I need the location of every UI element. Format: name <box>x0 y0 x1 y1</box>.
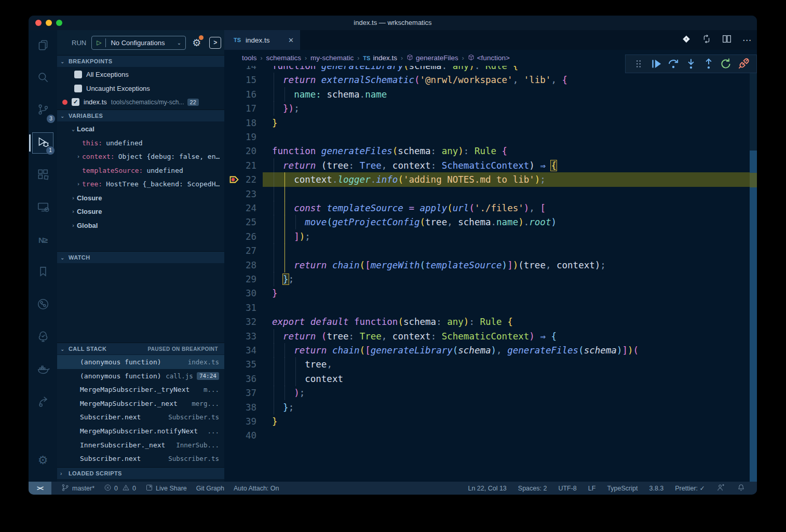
activity-remote-explorer[interactable] <box>32 197 53 219</box>
activity-docker[interactable] <box>32 359 53 380</box>
code-line-37[interactable]: 37 ); <box>224 386 757 400</box>
status-indentation[interactable]: Spaces: 2 <box>518 485 547 492</box>
activity-manage[interactable]: ⚙ <box>32 449 53 471</box>
call-stack-frame[interactable]: Subscriber.nextSubscriber.ts <box>57 452 224 466</box>
status-feedback[interactable] <box>716 483 725 494</box>
code-line-25[interactable]: 25 move(getProjectConfig(tree, schema.na… <box>224 215 757 229</box>
breadcrumb-item[interactable]: generateFiles <box>406 54 458 62</box>
activity-git-graph[interactable] <box>32 294 53 316</box>
breakpoint-row[interactable]: ✓index.tstools/schematics/my-sch...22 <box>57 95 224 109</box>
code-line-22[interactable]: 22 context.logger.info('adding NOTES.md … <box>224 172 757 187</box>
call-stack-frame[interactable]: MergeMapSubscriber._tryNextm... <box>57 383 224 397</box>
status-problems-warnings[interactable]: 0 <box>122 484 136 493</box>
title-bar[interactable]: index.ts — wrkschematics <box>29 16 757 30</box>
code-line-16[interactable]: 16 name: schema.name <box>224 87 757 102</box>
restart-button[interactable] <box>719 57 733 71</box>
code-line-34[interactable]: 34 return chain([generateLibrary(schema)… <box>224 343 757 358</box>
code-line-29[interactable]: 29 }; <box>224 272 757 287</box>
configure-launch-button[interactable]: ⚙ <box>192 37 201 49</box>
status-git-branch[interactable]: master* <box>61 483 94 494</box>
variable-row[interactable]: ›tree:HostTree {_backend: ScopedH… <box>57 177 224 191</box>
code-area[interactable]: 14function generateLibrary(schema: any):… <box>224 30 757 482</box>
watch-header[interactable]: ⌄WATCH <box>57 251 224 263</box>
code-line-33[interactable]: 33 return (tree: Tree, context: Schemati… <box>224 329 757 344</box>
status-live-share[interactable]: Live Share <box>145 484 187 493</box>
activity-nx-console[interactable]: N≥ <box>32 229 53 251</box>
call-stack-header[interactable]: ⌄CALL STACKPAUSED ON BREAKPOINT <box>57 343 224 354</box>
code-line-15[interactable]: 15 return externalSchematic('@nrwl/works… <box>224 73 757 87</box>
status-git-graph[interactable]: Git Graph <box>196 485 224 492</box>
split-editor-icon[interactable] <box>721 33 733 47</box>
chevron-down-icon[interactable]: ⌄ <box>70 126 77 132</box>
variable-row[interactable]: this:undefined <box>57 136 224 150</box>
code-line-28[interactable]: 28 return chain([mergeWith(templateSourc… <box>224 258 757 272</box>
step-out-button[interactable] <box>702 57 715 71</box>
chevron-right-icon[interactable]: › <box>70 209 77 214</box>
status-prettier[interactable]: Prettier: ✓ <box>675 484 705 492</box>
checkbox-unchecked[interactable] <box>74 85 82 92</box>
status-cursor-position[interactable]: Ln 22, Col 13 <box>468 485 506 492</box>
breakpoint-row[interactable]: Uncaught Exceptions <box>57 81 224 96</box>
step-over-button[interactable] <box>667 57 680 71</box>
chevron-right-icon[interactable]: › <box>70 223 77 228</box>
status-ts-version[interactable]: 3.8.3 <box>649 485 663 492</box>
tab-index-ts[interactable]: TS index.ts ✕ <box>224 30 300 50</box>
debug-console-button[interactable]: > <box>209 37 221 49</box>
chevron-right-icon[interactable]: › <box>75 181 82 187</box>
compare-changes-icon[interactable] <box>701 33 712 47</box>
status-problems-errors[interactable]: 0 <box>104 484 118 493</box>
continue-button[interactable] <box>649 57 663 71</box>
variable-row[interactable]: ›context:Object {debug: false, en… <box>57 149 224 163</box>
code-line-35[interactable]: 35 tree, <box>224 357 757 372</box>
breadcrumb-item[interactable]: schematics <box>266 54 302 62</box>
code-line-40[interactable]: 40 <box>224 428 757 443</box>
variable-row[interactable]: ›Closure <box>57 191 224 205</box>
activity-bookmarks[interactable] <box>32 262 53 283</box>
drag-gripper-button[interactable] <box>632 57 645 71</box>
code-line-23[interactable]: 23 <box>224 187 757 201</box>
variable-row[interactable]: ›Closure <box>57 204 224 219</box>
more-actions-icon[interactable]: ⋯ <box>741 35 753 46</box>
code-line-27[interactable]: 27 <box>224 243 757 258</box>
disconnect-button[interactable] <box>737 57 750 71</box>
code-line-38[interactable]: 38 }; <box>224 400 757 415</box>
activity-live-share[interactable] <box>32 391 53 413</box>
status-eol[interactable]: LF <box>588 485 596 492</box>
variable-row[interactable]: templateSource:undefined <box>57 163 224 178</box>
code-line-19[interactable]: 19 <box>224 130 757 144</box>
breadcrumb-item[interactable]: tools <box>242 54 257 62</box>
code-line-26[interactable]: 26 ]); <box>224 229 757 244</box>
call-stack-frame[interactable]: (anonymous function)index.ts <box>57 355 224 369</box>
activity-run-debug[interactable]: 1 <box>32 132 53 154</box>
code-line-21[interactable]: 21 return (tree: Tree, context: Schemati… <box>224 158 757 173</box>
status-encoding[interactable]: UTF-8 <box>558 485 576 492</box>
status-notifications[interactable] <box>737 483 746 494</box>
variable-row[interactable]: ⌄Local <box>57 122 224 136</box>
variables-header[interactable]: ⌄VARIABLES <box>57 110 224 121</box>
call-stack-frame[interactable]: MergeMapSubscriber._nextmerg... <box>57 397 224 411</box>
chevron-right-icon[interactable]: › <box>70 195 77 201</box>
remote-indicator[interactable]: >< <box>29 482 51 495</box>
call-stack-frame[interactable]: Subscriber.nextSubscriber.ts <box>57 410 224 424</box>
code-line-20[interactable]: 20function generateFiles(schema: any): R… <box>224 144 757 158</box>
breakpoints-header[interactable]: ⌄BREAKPOINTS <box>57 55 224 67</box>
status-language-mode[interactable]: TypeScript <box>607 485 638 492</box>
code-line-31[interactable]: 31 <box>224 301 757 315</box>
call-stack-frame[interactable]: InnerSubscriber._nextInnerSub... <box>57 438 224 452</box>
status-auto-attach[interactable]: Auto Attach: On <box>234 485 279 492</box>
checkbox-unchecked[interactable] <box>74 71 82 78</box>
checkbox-checked[interactable]: ✓ <box>72 98 79 106</box>
chevron-right-icon[interactable]: › <box>75 154 82 159</box>
start-debug-icon[interactable]: ▷ <box>97 39 101 46</box>
overview-ruler[interactable] <box>750 30 757 482</box>
close-tab-icon[interactable]: ✕ <box>288 36 294 44</box>
open-changes-icon[interactable] <box>681 33 692 47</box>
activity-source-control[interactable]: 3 <box>32 100 53 121</box>
breadcrumb-item[interactable]: my-schematic <box>310 54 354 62</box>
activity-testing[interactable] <box>32 327 53 348</box>
code-line-18[interactable]: 18} <box>224 116 757 130</box>
launch-configuration-dropdown[interactable]: ▷ No Configurations ⌄ <box>91 36 186 50</box>
breakpoint-row[interactable]: All Exceptions <box>57 67 224 81</box>
variable-row[interactable]: ›Global <box>57 219 224 233</box>
step-into-button[interactable] <box>684 57 698 71</box>
